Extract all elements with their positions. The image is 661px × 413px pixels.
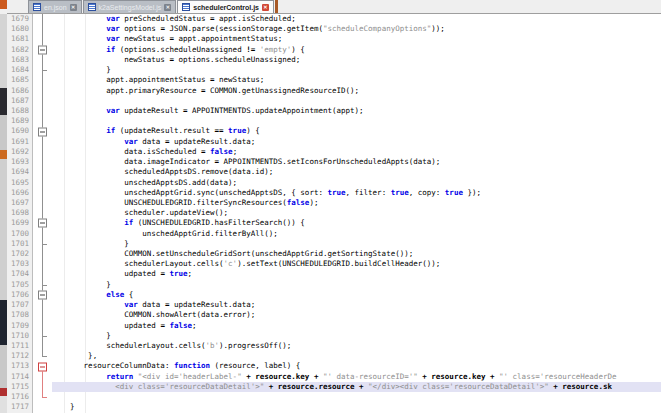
- code-text: [52, 392, 661, 402]
- line-number: 1684: [7, 65, 33, 75]
- fold-toggle-icon[interactable]: [38, 291, 47, 300]
- line-number: 1712: [7, 351, 33, 361]
- code-line[interactable]: 1697 UNSCHEDULEDGRID.filterSyncResources…: [7, 198, 661, 208]
- fold-toggle-icon[interactable]: [38, 127, 47, 136]
- code-line[interactable]: 1712 },: [7, 351, 661, 361]
- code-line[interactable]: 1710 }: [7, 331, 661, 341]
- code-text: schedulerLayout.cells('b').progressOff()…: [52, 341, 661, 351]
- code-text: },: [52, 351, 661, 361]
- tab-schedulercontrol-js[interactable]: schedulerControl.js ✕: [177, 0, 274, 13]
- code-text: var updateResult = APPOINTMENTDS.updateA…: [52, 106, 661, 116]
- code-text: else {: [52, 290, 661, 300]
- code-line[interactable]: 1684 }: [7, 65, 661, 75]
- code-line[interactable]: 1716: [7, 392, 661, 402]
- fold-gutter: [33, 198, 52, 208]
- line-number: 1709: [7, 321, 33, 331]
- fold-gutter: [33, 300, 52, 310]
- code-line[interactable]: 1682 if (options.scheduleUnassigned != '…: [7, 45, 661, 55]
- code-line[interactable]: 1689: [7, 116, 661, 126]
- code-line[interactable]: 1680 var options = JSON.parse(sessionSto…: [7, 24, 661, 34]
- line-number: 1686: [7, 86, 33, 96]
- code-line[interactable]: 1711 schedulerLayout.cells('b').progress…: [7, 341, 661, 351]
- line-number: 1714: [7, 372, 33, 382]
- code-text: var newStatus = appt.appointmentStatus;: [52, 34, 661, 44]
- fold-gutter: [33, 392, 52, 402]
- fold-gutter: [33, 361, 52, 371]
- fold-gutter: [33, 249, 52, 259]
- fold-toggle-icon[interactable]: [38, 362, 47, 371]
- code-line[interactable]: 1698 scheduler.updateView();: [7, 208, 661, 218]
- code-line[interactable]: 1691 var data = updateResult.data;: [7, 137, 661, 147]
- code-text: var data = updateResult.data;: [52, 300, 661, 310]
- line-number: 1701: [7, 239, 33, 249]
- code-line[interactable]: 1690 if (updateResult.result == true) {: [7, 126, 661, 136]
- code-line[interactable]: 1713 resourceColumnData: function (resou…: [7, 361, 661, 371]
- line-number: 1681: [7, 34, 33, 44]
- tab-k2asettingsmodel-js[interactable]: k2aSettingsModel.js ✕: [83, 0, 177, 13]
- code-line[interactable]: 1706 else {: [7, 290, 661, 300]
- code-line[interactable]: 1687: [7, 96, 661, 106]
- fold-gutter: [33, 290, 52, 300]
- line-number: 1683: [7, 55, 33, 65]
- code-line[interactable]: 1703 schedulerLayout.cells('c').setText(…: [7, 259, 661, 269]
- fold-gutter: [33, 351, 52, 361]
- code-text: }: [52, 239, 661, 249]
- code-text: if (options.scheduleUnassigned != 'empty…: [52, 45, 661, 55]
- code-line[interactable]: 1683 newStatus = options.scheduleUnassig…: [7, 55, 661, 65]
- line-number: 1687: [7, 96, 33, 106]
- tab-label: k2aSettingsModel.js: [99, 4, 162, 11]
- line-number: 1716: [7, 392, 33, 402]
- code-line[interactable]: 1692 data.isScheduled = false;: [7, 147, 661, 157]
- code-line[interactable]: 1701 }: [7, 239, 661, 249]
- close-icon[interactable]: ✕: [164, 4, 171, 11]
- code-line[interactable]: 1700 unschedApptGrid.filterByAll();: [7, 229, 661, 239]
- code-text: data.isScheduled = false;: [52, 147, 661, 157]
- code-line[interactable]: 1679 var preScheduledStatus = appt.isSch…: [7, 14, 661, 24]
- code-text: unschedApptGrid.filterByAll();: [52, 229, 661, 239]
- code-text: newStatus = options.scheduleUnassigned;: [52, 55, 661, 65]
- line-number: 1715: [7, 382, 33, 392]
- line-number: 1704: [7, 269, 33, 279]
- code-line[interactable]: 1681 var newStatus = appt.appointmentSta…: [7, 34, 661, 44]
- code-line[interactable]: 1717 }: [7, 402, 661, 412]
- code-editor[interactable]: 1679 var preScheduledStatus = appt.isSch…: [7, 14, 661, 413]
- line-number: 1707: [7, 300, 33, 310]
- fold-gutter: [33, 24, 52, 34]
- line-number: 1699: [7, 218, 33, 228]
- close-icon[interactable]: ✕: [262, 4, 269, 11]
- code-text: unschedApptsDS.add(data);: [52, 178, 661, 188]
- code-text: if (updateResult.result == true) {: [52, 126, 661, 136]
- fold-gutter: [33, 382, 52, 392]
- line-number: 1692: [7, 147, 33, 157]
- code-line[interactable]: 1699 if (UNSCHEDULEDGRID.hasFilterSearch…: [7, 218, 661, 228]
- fold-toggle-icon[interactable]: [38, 219, 47, 228]
- tab-label: schedulerControl.js: [193, 4, 259, 11]
- code-text: udpated = true;: [52, 269, 661, 279]
- fold-gutter: [33, 178, 52, 188]
- line-number: 1691: [7, 137, 33, 147]
- code-line[interactable]: 1704 udpated = true;: [7, 269, 661, 279]
- code-line[interactable]: 1707 var data = updateResult.data;: [7, 300, 661, 310]
- code-text: appt.appointmentStatus = newStatus;: [52, 75, 661, 85]
- code-line[interactable]: 1686 appt.primaryResource = COMMON.getUn…: [7, 86, 661, 96]
- code-line[interactable]: 1715 <div class='resourceDataDetail'>" +…: [7, 382, 661, 392]
- code-line[interactable]: 1702 COMMON.setUnscheduleGridSort(unsche…: [7, 249, 661, 259]
- code-line[interactable]: 1696 unschedApptGrid.sync(unschedApptsDS…: [7, 188, 661, 198]
- code-line[interactable]: 1695 unschedApptsDS.add(data);: [7, 178, 661, 188]
- fold-gutter: [33, 147, 52, 157]
- code-line[interactable]: 1705 }: [7, 280, 661, 290]
- fold-toggle-icon[interactable]: [38, 45, 47, 54]
- code-line[interactable]: 1685 appt.appointmentStatus = newStatus;: [7, 75, 661, 85]
- code-line[interactable]: 1688 var updateResult = APPOINTMENTDS.up…: [7, 106, 661, 116]
- close-icon[interactable]: ✕: [70, 4, 77, 11]
- fold-gutter: [33, 45, 52, 55]
- code-text: unschedApptGrid.sync(unschedApptsDS, { s…: [52, 188, 661, 198]
- code-line[interactable]: 1694 scheduledApptsDS.remove(data.id);: [7, 167, 661, 177]
- code-line[interactable]: 1708 COMMON.showAlert(data.error);: [7, 310, 661, 320]
- code-text: schedulerLayout.cells('c').setText(UNSCH…: [52, 259, 661, 269]
- code-line[interactable]: 1714 return "<div id='headerLabel-" + re…: [7, 372, 661, 382]
- code-line[interactable]: 1693 data.imageIndicator = APPOINTMENTDS…: [7, 157, 661, 167]
- tab-en-json[interactable]: en.json ✕: [28, 0, 82, 13]
- fold-gutter: [33, 218, 52, 228]
- code-line[interactable]: 1709 updated = false;: [7, 321, 661, 331]
